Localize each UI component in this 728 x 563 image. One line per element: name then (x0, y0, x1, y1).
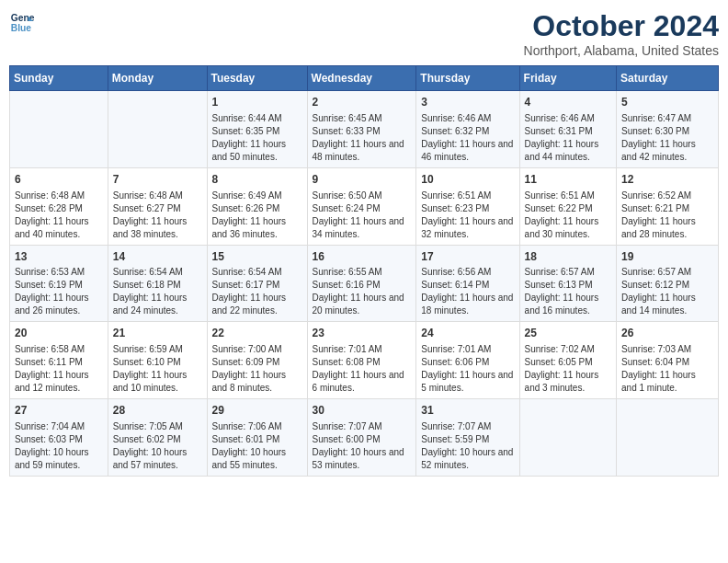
calendar-cell: 28Sunrise: 7:05 AM Sunset: 6:02 PM Dayli… (108, 399, 207, 477)
calendar-cell: 3Sunrise: 6:46 AM Sunset: 6:32 PM Daylig… (416, 91, 519, 168)
weekday-header-row: SundayMondayTuesdayWednesdayThursdayFrid… (10, 66, 719, 91)
day-content: Sunrise: 6:57 AM Sunset: 6:12 PM Dayligh… (621, 266, 713, 317)
svg-text:General: General (11, 13, 35, 23)
day-content: Sunrise: 7:07 AM Sunset: 5:59 PM Dayligh… (421, 420, 514, 472)
calendar-cell: 13Sunrise: 6:53 AM Sunset: 6:19 PM Dayli… (10, 245, 108, 322)
weekday-header: Thursday (416, 66, 519, 91)
calendar-cell: 31Sunrise: 7:07 AM Sunset: 5:59 PM Dayli… (416, 399, 519, 477)
calendar-cell: 23Sunrise: 7:01 AM Sunset: 6:08 PM Dayli… (307, 322, 416, 399)
day-content: Sunrise: 6:54 AM Sunset: 6:17 PM Dayligh… (212, 266, 302, 317)
calendar-cell: 11Sunrise: 6:51 AM Sunset: 6:22 PM Dayli… (519, 167, 616, 245)
page-header: General Blue October 2024 Northport, Ala… (9, 9, 719, 58)
calendar-cell: 14Sunrise: 6:54 AM Sunset: 6:18 PM Dayli… (108, 245, 207, 322)
calendar-cell: 16Sunrise: 6:55 AM Sunset: 6:16 PM Dayli… (307, 245, 416, 322)
day-number: 4 (525, 95, 611, 110)
day-number: 31 (421, 403, 514, 419)
calendar-cell: 20Sunrise: 6:58 AM Sunset: 6:11 PM Dayli… (10, 322, 108, 399)
day-number: 7 (113, 172, 202, 188)
calendar-cell (617, 399, 719, 477)
day-number: 15 (212, 249, 302, 265)
calendar-week-row: 27Sunrise: 7:04 AM Sunset: 6:03 PM Dayli… (10, 399, 719, 477)
day-content: Sunrise: 6:58 AM Sunset: 6:11 PM Dayligh… (15, 343, 103, 395)
day-number: 18 (525, 249, 611, 265)
day-number: 1 (212, 95, 302, 110)
day-content: Sunrise: 7:01 AM Sunset: 6:08 PM Dayligh… (313, 343, 412, 395)
day-number: 29 (212, 403, 302, 419)
day-content: Sunrise: 6:48 AM Sunset: 6:28 PM Dayligh… (15, 190, 103, 241)
weekday-header: Friday (519, 66, 616, 91)
day-content: Sunrise: 6:48 AM Sunset: 6:27 PM Dayligh… (113, 190, 202, 241)
weekday-header: Monday (108, 66, 207, 91)
day-content: Sunrise: 6:56 AM Sunset: 6:14 PM Dayligh… (421, 266, 514, 317)
day-number: 2 (313, 95, 412, 110)
calendar-cell: 30Sunrise: 7:07 AM Sunset: 6:00 PM Dayli… (307, 399, 416, 477)
day-content: Sunrise: 6:46 AM Sunset: 6:31 PM Dayligh… (525, 112, 611, 164)
logo: General Blue (9, 9, 35, 35)
day-number: 11 (525, 172, 611, 188)
calendar-cell: 15Sunrise: 6:54 AM Sunset: 6:17 PM Dayli… (207, 245, 307, 322)
calendar-table: SundayMondayTuesdayWednesdayThursdayFrid… (9, 65, 719, 477)
day-number: 22 (212, 326, 302, 341)
day-content: Sunrise: 6:44 AM Sunset: 6:35 PM Dayligh… (212, 112, 302, 164)
day-number: 17 (421, 249, 514, 265)
calendar-cell: 2Sunrise: 6:45 AM Sunset: 6:33 PM Daylig… (307, 91, 416, 168)
day-content: Sunrise: 7:01 AM Sunset: 6:06 PM Dayligh… (421, 343, 514, 395)
calendar-week-row: 13Sunrise: 6:53 AM Sunset: 6:19 PM Dayli… (10, 245, 719, 322)
calendar-cell: 1Sunrise: 6:44 AM Sunset: 6:35 PM Daylig… (207, 91, 307, 168)
svg-text:Blue: Blue (11, 23, 32, 33)
day-content: Sunrise: 6:52 AM Sunset: 6:21 PM Dayligh… (621, 190, 713, 241)
day-number: 14 (113, 249, 202, 265)
title-block: October 2024 Northport, Alabama, United … (524, 9, 719, 58)
day-number: 8 (212, 172, 302, 188)
calendar-cell: 27Sunrise: 7:04 AM Sunset: 6:03 PM Dayli… (10, 399, 108, 477)
day-number: 28 (113, 403, 202, 419)
calendar-cell: 6Sunrise: 6:48 AM Sunset: 6:28 PM Daylig… (10, 167, 108, 245)
calendar-cell: 24Sunrise: 7:01 AM Sunset: 6:06 PM Dayli… (416, 322, 519, 399)
day-content: Sunrise: 6:46 AM Sunset: 6:32 PM Dayligh… (421, 112, 514, 164)
weekday-header: Sunday (10, 66, 108, 91)
calendar-cell (108, 91, 207, 168)
day-content: Sunrise: 7:05 AM Sunset: 6:02 PM Dayligh… (113, 420, 202, 472)
calendar-cell: 8Sunrise: 6:49 AM Sunset: 6:26 PM Daylig… (207, 167, 307, 245)
calendar-week-row: 1Sunrise: 6:44 AM Sunset: 6:35 PM Daylig… (10, 91, 719, 168)
day-content: Sunrise: 6:53 AM Sunset: 6:19 PM Dayligh… (15, 266, 103, 317)
calendar-cell: 22Sunrise: 7:00 AM Sunset: 6:09 PM Dayli… (207, 322, 307, 399)
calendar-cell: 5Sunrise: 6:47 AM Sunset: 6:30 PM Daylig… (617, 91, 719, 168)
weekday-header: Tuesday (207, 66, 307, 91)
weekday-header: Wednesday (307, 66, 416, 91)
day-number: 24 (421, 326, 514, 341)
calendar-cell: 7Sunrise: 6:48 AM Sunset: 6:27 PM Daylig… (108, 167, 207, 245)
day-number: 25 (525, 326, 611, 341)
day-number: 10 (421, 172, 514, 188)
day-number: 13 (15, 249, 103, 265)
day-number: 19 (621, 249, 713, 265)
day-content: Sunrise: 7:00 AM Sunset: 6:09 PM Dayligh… (212, 343, 302, 395)
day-content: Sunrise: 6:47 AM Sunset: 6:30 PM Dayligh… (621, 112, 713, 164)
calendar-cell: 12Sunrise: 6:52 AM Sunset: 6:21 PM Dayli… (617, 167, 719, 245)
calendar-cell: 21Sunrise: 6:59 AM Sunset: 6:10 PM Dayli… (108, 322, 207, 399)
day-content: Sunrise: 7:04 AM Sunset: 6:03 PM Dayligh… (15, 420, 103, 472)
day-number: 9 (313, 172, 412, 188)
calendar-cell: 29Sunrise: 7:06 AM Sunset: 6:01 PM Dayli… (207, 399, 307, 477)
logo-icon: General Blue (9, 9, 35, 35)
month-title: October 2024 (524, 9, 719, 43)
day-content: Sunrise: 6:45 AM Sunset: 6:33 PM Dayligh… (313, 112, 412, 164)
calendar-cell (519, 399, 616, 477)
calendar-cell: 25Sunrise: 7:02 AM Sunset: 6:05 PM Dayli… (519, 322, 616, 399)
day-content: Sunrise: 7:02 AM Sunset: 6:05 PM Dayligh… (525, 343, 611, 395)
day-content: Sunrise: 7:07 AM Sunset: 6:00 PM Dayligh… (313, 420, 412, 472)
day-number: 23 (313, 326, 412, 341)
day-content: Sunrise: 6:51 AM Sunset: 6:23 PM Dayligh… (421, 190, 514, 241)
calendar-week-row: 20Sunrise: 6:58 AM Sunset: 6:11 PM Dayli… (10, 322, 719, 399)
day-content: Sunrise: 7:06 AM Sunset: 6:01 PM Dayligh… (212, 420, 302, 472)
day-number: 3 (421, 95, 514, 110)
calendar-cell: 19Sunrise: 6:57 AM Sunset: 6:12 PM Dayli… (617, 245, 719, 322)
calendar-cell: 17Sunrise: 6:56 AM Sunset: 6:14 PM Dayli… (416, 245, 519, 322)
day-number: 5 (621, 95, 713, 110)
calendar-cell: 18Sunrise: 6:57 AM Sunset: 6:13 PM Dayli… (519, 245, 616, 322)
day-number: 20 (15, 326, 103, 341)
calendar-cell (10, 91, 108, 168)
calendar-cell: 4Sunrise: 6:46 AM Sunset: 6:31 PM Daylig… (519, 91, 616, 168)
day-content: Sunrise: 6:51 AM Sunset: 6:22 PM Dayligh… (525, 190, 611, 241)
weekday-header: Saturday (617, 66, 719, 91)
